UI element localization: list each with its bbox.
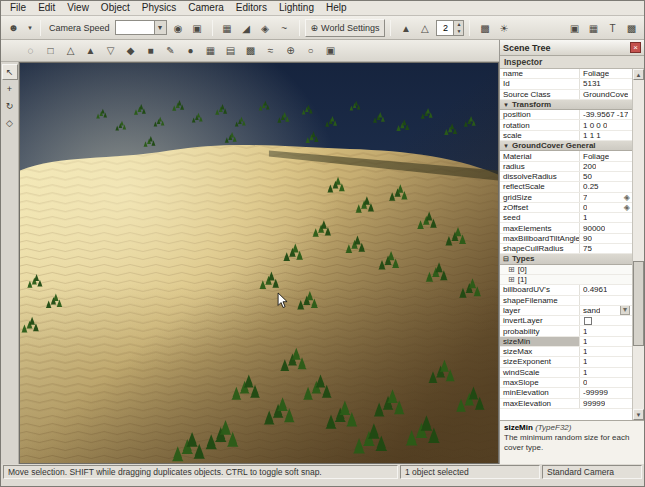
select-terrain-tool[interactable]: △ bbox=[61, 42, 80, 60]
section-transform[interactable]: ▾Transform bbox=[500, 100, 632, 110]
slider-icon[interactable]: ◈ bbox=[624, 193, 630, 202]
prop-row-shapefilename[interactable]: shapeFilename bbox=[500, 296, 632, 306]
prop-row-minelevation[interactable]: minElevation-99999 bbox=[500, 388, 632, 398]
section-types[interactable]: ⊟Types bbox=[500, 254, 632, 264]
collapse-arrow-icon[interactable]: ▾ bbox=[500, 101, 512, 109]
scroll-down-icon[interactable]: ▼ bbox=[633, 409, 644, 420]
render-mode-button[interactable]: ▣ bbox=[565, 19, 584, 37]
grid-tool[interactable]: ▦ bbox=[201, 42, 220, 60]
stepper-arrows[interactable]: ▲▼ bbox=[453, 21, 463, 35]
visibility-button[interactable]: ◉ bbox=[169, 19, 188, 37]
select-arrow-tool[interactable]: ↖ bbox=[2, 64, 18, 80]
camera-view-button[interactable]: ▦ bbox=[584, 19, 603, 37]
prop-row-id[interactable]: Id5131 bbox=[500, 79, 632, 89]
menu-item-lighting[interactable]: Lighting bbox=[273, 1, 320, 15]
smooth-tool[interactable]: ◆ bbox=[121, 42, 140, 60]
text-tool-button[interactable]: T bbox=[603, 19, 622, 37]
prop-row-probability[interactable]: probability1 bbox=[500, 326, 632, 336]
square-brush-tool[interactable]: ▣ bbox=[321, 42, 340, 60]
player-camera-button[interactable]: ☻ bbox=[4, 19, 23, 37]
rotate-tool[interactable]: ↻ bbox=[2, 98, 18, 114]
menu-item-view[interactable]: View bbox=[61, 1, 95, 15]
prop-row-maxbillboardtiltangle[interactable]: maxBillboardTiltAngle90 bbox=[500, 234, 632, 244]
prop-row-gridsize[interactable]: gridSize7◈ bbox=[500, 193, 632, 203]
zoom-tool[interactable]: ◌ bbox=[21, 42, 40, 60]
prop-row-sizemin[interactable]: sizeMin1 bbox=[500, 337, 632, 347]
prop-row-radius[interactable]: radius200 bbox=[500, 162, 632, 172]
circle-brush-tool[interactable]: ○ bbox=[301, 42, 320, 60]
scroll-up-icon[interactable]: ▲ bbox=[633, 69, 644, 80]
layout-button[interactable]: ▩ bbox=[622, 19, 641, 37]
menu-item-object[interactable]: Object bbox=[95, 1, 136, 15]
grid-size-stepper[interactable]: 2 ▲▼ bbox=[436, 20, 464, 36]
sun-button[interactable]: ☀ bbox=[494, 19, 513, 37]
mountain-button[interactable]: △ bbox=[415, 19, 434, 37]
prop-row-source-class[interactable]: Source ClassGroundCove bbox=[500, 90, 632, 100]
scene-tree-header[interactable]: Scene Tree × bbox=[500, 40, 644, 56]
lower-terrain-tool[interactable]: ▽ bbox=[101, 42, 120, 60]
prop-row-reflectscale[interactable]: reflectScale0.25 bbox=[500, 182, 632, 192]
dropdown-icon[interactable]: ▾ bbox=[620, 306, 630, 315]
texture-tool[interactable]: ▩ bbox=[241, 42, 260, 60]
surface-snap-button[interactable]: ~ bbox=[275, 19, 294, 37]
prop-row-layer[interactable]: layersand▾ bbox=[500, 306, 632, 316]
prop-row-shapecullradius[interactable]: shapeCullRadius75 bbox=[500, 244, 632, 254]
prop-row-zoffset[interactable]: zOffset0◈ bbox=[500, 203, 632, 213]
type-item-0[interactable]: ⊞[0] bbox=[500, 265, 632, 275]
prop-row-name[interactable]: nameFoliage bbox=[500, 69, 632, 79]
object-snap-button[interactable]: ◈ bbox=[256, 19, 275, 37]
menu-item-help[interactable]: Help bbox=[320, 1, 353, 15]
erase-tool[interactable]: ● bbox=[181, 42, 200, 60]
flatten-tool[interactable]: ■ bbox=[141, 42, 160, 60]
raise-terrain-tool[interactable]: ▲ bbox=[81, 42, 100, 60]
section-groundcover-general[interactable]: ▾GroundCover General bbox=[500, 141, 632, 151]
move-tool[interactable]: + bbox=[2, 81, 18, 97]
scrollbar-thumb[interactable] bbox=[633, 261, 644, 347]
type-item-1[interactable]: ⊞[1] bbox=[500, 275, 632, 285]
prop-row-sizemax[interactable]: sizeMax1 bbox=[500, 347, 632, 357]
prop-row-invertlayer[interactable]: invertLayer bbox=[500, 316, 632, 326]
noise-tool[interactable]: ≈ bbox=[261, 42, 280, 60]
menu-item-physics[interactable]: Physics bbox=[136, 1, 182, 15]
player-dropdown-icon[interactable]: ▾ bbox=[25, 19, 35, 37]
angle-snap-button[interactable]: ◢ bbox=[237, 19, 256, 37]
prop-row-dissolveradius[interactable]: dissolveRadius50 bbox=[500, 172, 632, 182]
prop-row-maxslope[interactable]: maxSlope0 bbox=[500, 378, 632, 388]
camera-button[interactable]: ▣ bbox=[188, 19, 207, 37]
checkbox[interactable] bbox=[584, 317, 592, 325]
prop-row-maxelements[interactable]: maxElements90000 bbox=[500, 223, 632, 233]
grid-snap-button[interactable]: ▦ bbox=[218, 19, 237, 37]
menu-item-editors[interactable]: Editors bbox=[230, 1, 273, 15]
expand-plus-icon[interactable]: ⊞ bbox=[508, 275, 515, 284]
menu-item-file[interactable]: File bbox=[4, 1, 32, 15]
prop-row-billboarduv-s[interactable]: billboardUV's0.4961 bbox=[500, 285, 632, 295]
inspector-header[interactable]: Inspector bbox=[500, 56, 644, 69]
scale-tool[interactable]: ◇ bbox=[2, 115, 18, 131]
prop-row-maxelevation[interactable]: maxElevation99999 bbox=[500, 399, 632, 409]
collapse-arrow-icon[interactable]: ▾ bbox=[500, 142, 512, 150]
scrollbar-track[interactable] bbox=[633, 80, 644, 409]
viewport-3d[interactable] bbox=[19, 62, 499, 464]
prop-row-scale[interactable]: scale1 1 1 bbox=[500, 131, 632, 141]
add-object-tool[interactable]: ⊕ bbox=[281, 42, 300, 60]
terrain-button[interactable]: ▲ bbox=[396, 19, 415, 37]
prop-row-seed[interactable]: seed1 bbox=[500, 213, 632, 223]
prop-row-sizeexponent[interactable]: sizeExponent1 bbox=[500, 357, 632, 367]
cube-button[interactable]: ▩ bbox=[475, 19, 494, 37]
expand-plus-icon[interactable]: ⊞ bbox=[508, 265, 515, 274]
menu-item-edit[interactable]: Edit bbox=[32, 1, 61, 15]
close-icon[interactable]: × bbox=[630, 42, 641, 53]
prop-row-windscale[interactable]: windScale1 bbox=[500, 368, 632, 378]
prop-row-position[interactable]: position-39.9567 -17 bbox=[500, 110, 632, 120]
pattern-tool[interactable]: ▤ bbox=[221, 42, 240, 60]
camera-speed-dropdown[interactable]: ▾ bbox=[115, 20, 167, 35]
prop-row-rotation[interactable]: rotation1 0 0 0 bbox=[500, 120, 632, 130]
panel-scrollbar[interactable]: ▲ ▼ bbox=[632, 69, 644, 420]
world-settings-button[interactable]: ⊕ World Settings bbox=[305, 19, 386, 37]
collapse-minus-icon[interactable]: ⊟ bbox=[500, 255, 512, 263]
menu-item-camera[interactable]: Camera bbox=[182, 1, 230, 15]
paint-brush-tool[interactable]: ✎ bbox=[161, 42, 180, 60]
prop-row-material[interactable]: MaterialFoliage bbox=[500, 151, 632, 161]
slider-icon[interactable]: ◈ bbox=[624, 203, 630, 212]
hand-tool[interactable]: □ bbox=[41, 42, 60, 60]
